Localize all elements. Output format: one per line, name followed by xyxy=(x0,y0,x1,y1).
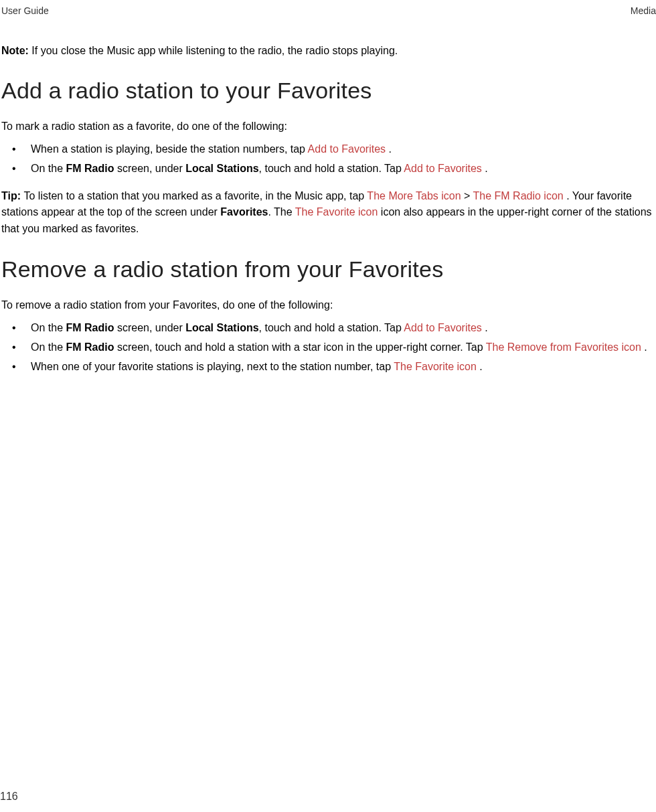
bold-text: FM Radio xyxy=(66,341,114,353)
text: > xyxy=(464,190,473,201)
text: . The xyxy=(268,206,295,218)
page-header: User Guide Media xyxy=(0,0,656,16)
page-number: 116 xyxy=(0,791,18,803)
add-to-favorites-link: Add to Favorites xyxy=(404,163,485,174)
page-content: Note: If you close the Music app while l… xyxy=(0,16,656,375)
tip-paragraph: Tip: To listen to a station that you mar… xyxy=(1,188,655,238)
bold-text: Favorites xyxy=(220,206,268,218)
header-left: User Guide xyxy=(0,5,49,16)
list-item: On the FM Radio screen, touch and hold a… xyxy=(1,339,655,356)
bold-text: Local Stations xyxy=(185,163,258,174)
text: To listen to a station that you marked a… xyxy=(23,190,367,201)
add-to-favorites-link: Add to Favorites xyxy=(308,143,389,155)
favorite-icon-link: The Favorite icon xyxy=(394,361,479,372)
section2-heading: Remove a radio station from your Favorit… xyxy=(1,256,655,282)
text: . xyxy=(479,361,482,372)
text: , touch and hold a station. Tap xyxy=(259,163,404,174)
note-text: If you close the Music app while listeni… xyxy=(31,45,398,56)
favorite-icon-link: The Favorite icon xyxy=(295,206,381,218)
section2-intro: To remove a radio station from your Favo… xyxy=(1,297,655,313)
bold-text: Local Stations xyxy=(185,322,258,333)
text: On the xyxy=(31,163,66,174)
text: . xyxy=(389,143,392,155)
tip-label: Tip: xyxy=(1,190,23,201)
section1-heading: Add a radio station to your Favorites xyxy=(1,78,655,104)
text: . xyxy=(644,341,647,353)
text: When one of your favorite stations is pl… xyxy=(31,361,394,372)
text: On the xyxy=(31,322,66,333)
note-paragraph: Note: If you close the Music app while l… xyxy=(1,43,655,59)
text: When a station is playing, beside the st… xyxy=(31,143,308,155)
fm-radio-icon-link: The FM Radio icon xyxy=(473,190,567,201)
add-to-favorites-link: Add to Favorites xyxy=(404,322,485,333)
header-right: Media xyxy=(631,5,656,16)
text: screen, touch and hold a station with a … xyxy=(114,341,485,353)
bold-text: FM Radio xyxy=(66,163,114,174)
section2-list: On the FM Radio screen, under Local Stat… xyxy=(1,320,655,375)
remove-from-favorites-icon-link: The Remove from Favorites icon xyxy=(486,341,645,353)
list-item: On the FM Radio screen, under Local Stat… xyxy=(1,320,655,337)
text: screen, under xyxy=(114,322,185,333)
text: , touch and hold a station. Tap xyxy=(259,322,404,333)
list-item: When one of your favorite stations is pl… xyxy=(1,359,655,376)
more-tabs-icon-link: The More Tabs icon xyxy=(367,190,464,201)
list-item: When a station is playing, beside the st… xyxy=(1,141,655,158)
text: . xyxy=(485,322,487,333)
bold-text: FM Radio xyxy=(66,322,114,333)
note-label: Note: xyxy=(1,45,31,56)
list-item: On the FM Radio screen, under Local Stat… xyxy=(1,161,655,177)
section1-list: When a station is playing, beside the st… xyxy=(1,141,655,177)
text: screen, under xyxy=(114,163,185,174)
section1-intro: To mark a radio station as a favorite, d… xyxy=(1,118,655,135)
text: . xyxy=(485,163,487,174)
text: On the xyxy=(31,341,66,353)
